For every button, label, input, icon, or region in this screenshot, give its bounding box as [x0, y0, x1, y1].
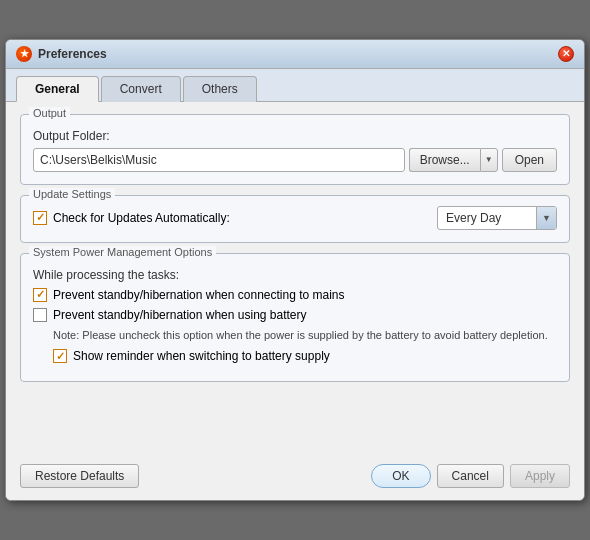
preferences-window: ★ Preferences ✕ General Convert Others O… — [5, 39, 585, 501]
battery-row: Prevent standby/hibernation when using b… — [33, 308, 557, 322]
reminder-row: Show reminder when switching to battery … — [53, 349, 557, 363]
frequency-dropdown[interactable]: Every Day ▼ — [437, 206, 557, 230]
mains-label: Prevent standby/hibernation when connect… — [53, 288, 345, 302]
cancel-button[interactable]: Cancel — [437, 464, 504, 488]
battery-checkbox[interactable] — [33, 308, 47, 322]
browse-button[interactable]: Browse... — [409, 148, 480, 172]
ok-button[interactable]: OK — [371, 464, 430, 488]
output-group: Output Output Folder: Browse... ▼ Open — [20, 114, 570, 185]
bottom-bar: Restore Defaults OK Cancel Apply — [6, 454, 584, 500]
close-button[interactable]: ✕ — [558, 46, 574, 62]
tab-others[interactable]: Others — [183, 76, 257, 102]
reminder-label: Show reminder when switching to battery … — [73, 349, 330, 363]
power-options: Prevent standby/hibernation when connect… — [33, 288, 557, 363]
power-group: System Power Management Options While pr… — [20, 253, 570, 382]
auto-update-label: Check for Updates Automatically: — [53, 211, 230, 225]
tab-convert[interactable]: Convert — [101, 76, 181, 102]
power-subtitle: While processing the tasks: — [33, 268, 557, 282]
folder-input[interactable] — [33, 148, 405, 172]
apply-button[interactable]: Apply — [510, 464, 570, 488]
mains-row: Prevent standby/hibernation when connect… — [33, 288, 557, 302]
power-group-label: System Power Management Options — [29, 246, 216, 258]
folder-label: Output Folder: — [33, 129, 557, 143]
frequency-value: Every Day — [438, 207, 536, 229]
action-buttons: OK Cancel Apply — [371, 464, 570, 488]
tab-general[interactable]: General — [16, 76, 99, 102]
update-row: Check for Updates Automatically: Every D… — [33, 206, 557, 230]
browse-btn-group: Browse... ▼ — [409, 148, 498, 172]
auto-update-checkbox[interactable] — [33, 211, 47, 225]
update-group: Update Settings Check for Updates Automa… — [20, 195, 570, 243]
title-bar-left: ★ Preferences — [16, 46, 107, 62]
browse-arrow-button[interactable]: ▼ — [480, 148, 498, 172]
folder-row: Browse... ▼ Open — [33, 148, 557, 172]
battery-label: Prevent standby/hibernation when using b… — [53, 308, 307, 322]
update-left: Check for Updates Automatically: — [33, 211, 230, 225]
tab-content: Output Output Folder: Browse... ▼ Open U… — [6, 102, 584, 454]
output-group-label: Output — [29, 107, 70, 119]
frequency-arrow[interactable]: ▼ — [536, 207, 556, 229]
update-group-label: Update Settings — [29, 188, 115, 200]
title-bar: ★ Preferences ✕ — [6, 40, 584, 69]
window-title: Preferences — [38, 47, 107, 61]
restore-defaults-button[interactable]: Restore Defaults — [20, 464, 139, 488]
battery-note: Note: Please uncheck this option when th… — [53, 328, 557, 343]
open-button[interactable]: Open — [502, 148, 557, 172]
reminder-checkbox[interactable] — [53, 349, 67, 363]
mains-checkbox[interactable] — [33, 288, 47, 302]
tabs-row: General Convert Others — [6, 69, 584, 102]
app-icon: ★ — [16, 46, 32, 62]
